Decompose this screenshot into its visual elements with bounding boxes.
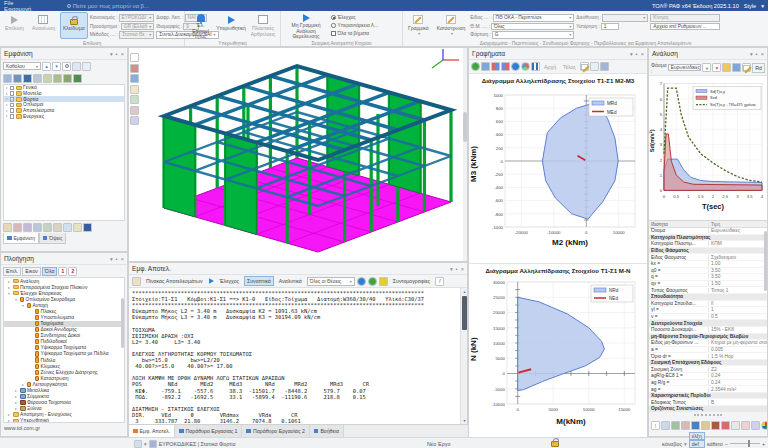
zoom-slider[interactable] [730, 443, 760, 445]
zoom-icon[interactable] [62, 62, 71, 71]
expand-icon[interactable]: ▸ [7, 412, 11, 417]
nonlinear-foundation-button[interactable]: Μη Γραμμική Ανάλυση Θεμελίωσης [283, 12, 329, 39]
checkbox[interactable] [10, 108, 15, 113]
property-row[interactable]: Είδος Φάσματος Σχεδιασμού [649, 254, 767, 261]
lock-button[interactable]: Κλείδωμα [60, 12, 88, 39]
tool-5-icon[interactable] [701, 421, 710, 430]
property-row[interactable]: Χαρακτηριστικές Περίοδοι [649, 393, 767, 400]
checkbox[interactable] [10, 86, 15, 91]
view-hidden-icon[interactable] [33, 74, 42, 83]
property-row[interactable]: agR/g-EC8 1 = 0.24 [649, 373, 767, 380]
expand-icon[interactable]: ▸ [14, 388, 18, 393]
ortho-label[interactable]: κάθετο [707, 441, 723, 447]
detailed-button[interactable]: Αναλυτικά [276, 276, 305, 286]
property-value[interactable]: 15% - ΕΚ8 [709, 327, 767, 332]
expand-icon[interactable] [6, 93, 8, 95]
pin-icon[interactable]: ▪ [116, 51, 118, 57]
property-row[interactable]: Ποσοστό Δυσκαμψι... 15% - ΕΚ8 [649, 327, 767, 334]
fx-icon[interactable]: f [435, 277, 444, 286]
expand-icon[interactable] [6, 104, 8, 106]
panel-tab[interactable]: Όψεις [39, 233, 66, 244]
tool-h-icon[interactable] [73, 223, 82, 232]
direction-combo[interactable]: ▾ [602, 14, 648, 22]
style-dropdown-icon[interactable]: ▾ [761, 3, 764, 9]
pan-icon[interactable] [130, 95, 139, 104]
open-folder-icon[interactable] [722, 63, 731, 72]
property-row[interactable]: Οριζόντιες Συνιστώσες [649, 406, 767, 412]
property-value[interactable]: 0.24 [709, 373, 767, 378]
panel-menu-icon[interactable]: ▾ [630, 51, 633, 57]
layout-icon[interactable] [134, 440, 142, 448]
expand-icon[interactable]: ▸ [21, 382, 25, 387]
chevron-down-icon[interactable]: ▾ [144, 441, 147, 447]
icons-button[interactable]: Εικον [22, 267, 41, 276]
close-icon[interactable]: × [461, 266, 464, 272]
tool-b-icon[interactable] [13, 223, 22, 232]
model-3d-view[interactable] [129, 48, 465, 261]
tool-c-icon[interactable] [23, 223, 32, 232]
zoom-extents-icon[interactable] [130, 116, 139, 125]
zoom-out-icon[interactable]: − [725, 441, 728, 447]
tool-3-icon[interactable] [681, 421, 690, 430]
property-row[interactable]: γI = 1 [649, 307, 767, 314]
start-button[interactable]: Αρχή [541, 62, 559, 72]
grid-snap-label[interactable]: κάναβος [662, 441, 682, 447]
property-row[interactable]: Τύπος Φάσματος Τύπος 1 [649, 287, 767, 294]
area-blue-red-icon[interactable] [501, 62, 510, 71]
load-combo[interactable]: G▾ [492, 31, 575, 39]
all-button[interactable]: Όλα [42, 267, 58, 276]
xml-settings-button[interactable]: Αρχείο xml Ρυθμίσεων ... [650, 23, 720, 31]
display-filter-combo[interactable]: Καθόλου▾ [3, 62, 41, 70]
tool-8-icon[interactable] [731, 421, 740, 430]
property-row[interactable]: Σεισμική Ζώνη Z2 [649, 366, 767, 373]
expand-icon[interactable] [6, 115, 8, 117]
pin-icon[interactable]: ▪ [756, 51, 758, 57]
tool-a-icon[interactable] [3, 223, 12, 232]
property-value[interactable]: ΚΠΜ [709, 241, 767, 246]
render-4-icon[interactable] [73, 74, 82, 83]
tell-me-search[interactable]: Πείτε μου πως μπορώ να β... [67, 0, 149, 11]
expand-icon[interactable]: ▸ [7, 418, 11, 423]
tool-4-icon[interactable] [691, 421, 700, 430]
expand-icon[interactable]: ▸ [14, 394, 18, 399]
keyboard-icon[interactable] [149, 440, 157, 448]
property-row[interactable]: Όνομα Ευρωκώδικες [649, 228, 767, 235]
save-icon[interactable] [732, 63, 741, 72]
close-icon[interactable]: × [641, 51, 644, 57]
property-value[interactable]: 1.5 % Hορ [709, 354, 767, 359]
property-value[interactable]: 1.00 [709, 261, 767, 266]
close-icon[interactable]: × [761, 51, 764, 57]
panel-menu-icon[interactable]: ▾ [110, 51, 113, 57]
select-red-icon[interactable] [130, 64, 139, 73]
close-icon[interactable]: × [121, 51, 124, 57]
display-tree-item[interactable]: Ενέργειες [4, 113, 124, 119]
checkbox[interactable]: ✓ [10, 97, 15, 102]
kind-combo[interactable]: ΠΘ ΟΚΑ - Περιπτώσε▾ [493, 14, 575, 22]
property-row[interactable]: Είδος μη-Φερόντων ... Κτήρια με μη-φέρον… [649, 340, 767, 347]
pie-icon[interactable] [521, 62, 530, 71]
property-row[interactable]: qv = 1.50 [649, 281, 767, 288]
property-value[interactable]: Τύπος 1 [709, 288, 767, 293]
overstrength-radio[interactable] [331, 23, 336, 28]
tool-2-icon[interactable] [671, 421, 680, 430]
color-wheel-icon[interactable] [761, 421, 767, 430]
property-value[interactable]: 1.50 [709, 281, 767, 286]
measure-icon[interactable] [130, 85, 139, 94]
property-row[interactable]: q0 = 3.50 [649, 268, 767, 275]
expand-icon[interactable]: ▾ [14, 297, 18, 302]
render-1-icon[interactable] [43, 74, 52, 83]
document-tab[interactable]: Εμφ. Αποτελ. [129, 425, 175, 437]
hysteresis-spinner[interactable]: 1 [601, 23, 619, 31]
view-solid-icon[interactable] [3, 74, 12, 83]
style-menu[interactable]: Style [744, 3, 756, 9]
expand-icon[interactable]: ▸ [7, 279, 11, 284]
panel-menu-icon[interactable]: ▾ [750, 51, 753, 57]
method-combo[interactable]: Στατικά Θε▾ [119, 31, 154, 39]
property-row[interactable]: v = 0.5 [649, 314, 767, 321]
blue-dot-icon[interactable] [357, 277, 366, 286]
render-3-icon[interactable] [63, 74, 72, 83]
linear-button[interactable]: Γραμμικά▾ [405, 12, 432, 39]
arrow-down-icon[interactable]: ▾ [52, 62, 61, 71]
expand-icon[interactable] [6, 87, 8, 89]
property-column-header[interactable]: Ιδιότητα [649, 222, 709, 227]
